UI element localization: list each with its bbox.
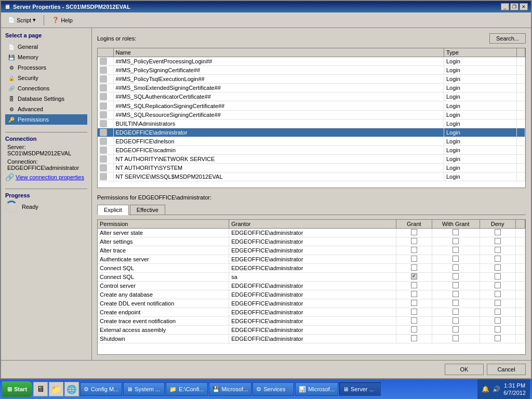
tab-effective[interactable]: Effective	[130, 205, 165, 215]
taskbar-btn-tb2[interactable]: 🖥System ...	[123, 382, 165, 396]
table-row[interactable]: EDGEOFFICE\administrator Login	[98, 128, 525, 137]
perm-name: Create trace event notification	[98, 317, 229, 326]
grant-checkbox[interactable]	[411, 317, 417, 324]
perm-grant-cell	[396, 255, 432, 264]
help-button[interactable]: ❓ Help	[48, 15, 76, 25]
grant-checkbox[interactable]	[411, 282, 417, 288]
with-grant-checkbox[interactable]	[453, 291, 459, 297]
perm-with-grant-cell	[432, 308, 480, 317]
with-grant-checkbox[interactable]	[453, 264, 459, 271]
perm-with-grant-cell	[432, 273, 480, 282]
sidebar-item-processors[interactable]: ⚙Processors	[5, 62, 87, 73]
grant-checkbox[interactable]	[411, 238, 417, 244]
grant-checkbox[interactable]	[411, 326, 417, 332]
sidebar-item-connections[interactable]: 🔗Connections	[5, 83, 87, 94]
perm-grant-cell	[396, 317, 432, 326]
grant-checkbox[interactable]	[411, 247, 417, 253]
table-row[interactable]: ##MS_SQLReplicationSigningCertificate## …	[98, 101, 525, 110]
minimize-button[interactable]: _	[501, 3, 509, 10]
script-button[interactable]: 📄 Script ▾	[4, 15, 39, 25]
sidebar-item-advanced[interactable]: ⚙Advanced	[5, 104, 87, 114]
table-row[interactable]: ##MS_SQLResourceSigningCertificate## Log…	[98, 110, 525, 119]
deny-checkbox[interactable]	[495, 273, 501, 280]
perm-spacer	[515, 290, 525, 299]
with-grant-checkbox[interactable]	[453, 335, 459, 341]
with-grant-checkbox[interactable]	[453, 247, 459, 253]
table-row[interactable]: EDGEOFFICE\dnelson Login	[98, 137, 525, 145]
grant-checkbox[interactable]	[411, 300, 417, 306]
table-row[interactable]: ##MS_SmoExtendedSigningCertificate## Log…	[98, 84, 525, 92]
taskbar-btn-tb6[interactable]: 📊Microsof...	[295, 382, 338, 396]
close-button[interactable]: ✕	[520, 3, 528, 10]
with-grant-checkbox[interactable]	[453, 229, 459, 235]
taskbar-btn-tb4[interactable]: 💾Microsof...	[209, 382, 252, 396]
login-row-icon	[98, 145, 113, 154]
table-row[interactable]: EDGEOFFICE\scadmin Login	[98, 145, 525, 154]
start-button[interactable]: ⊞ Start	[2, 381, 32, 397]
deny-checkbox[interactable]	[495, 264, 501, 271]
table-row[interactable]: ##MS_PolicyEventProcessingLogin## Login	[98, 57, 525, 66]
perm-row: External access assembly EDGEOFFICE\admi…	[98, 326, 525, 335]
login-row-name: ##MS_SQLAuthenticatorCertificate##	[113, 92, 444, 101]
perm-deny-cell	[480, 326, 515, 335]
perm-deny-cell	[480, 282, 515, 290]
table-row[interactable]: BUILTIN\Administrators Login	[98, 119, 525, 128]
taskbar-btn-tb1[interactable]: ⚙Config M...	[80, 382, 122, 396]
taskbar-btn-tb5[interactable]: ⚙Services	[252, 382, 294, 396]
table-row[interactable]: ##MS_SQLAuthenticatorCertificate## Login	[98, 92, 525, 101]
table-row[interactable]: NT AUTHORITY\NETWORK SERVICE Login	[98, 155, 525, 164]
taskbar-quick-launch-2[interactable]: 📁	[49, 382, 63, 396]
search-button[interactable]: Search...	[489, 33, 526, 44]
login-row-name: ##MS_SQLReplicationSigningCertificate##	[113, 101, 444, 110]
table-row[interactable]: NT AUTHORITY\SYSTEM Login	[98, 164, 525, 172]
perm-deny-cell	[480, 264, 515, 273]
taskbar-btn-tb3[interactable]: 📁E:\Confi...	[166, 382, 207, 396]
deny-checkbox[interactable]	[495, 282, 501, 288]
deny-checkbox[interactable]	[495, 309, 501, 315]
deny-checkbox[interactable]	[495, 335, 501, 341]
deny-checkbox[interactable]	[495, 238, 501, 244]
deny-checkbox[interactable]	[495, 291, 501, 297]
deny-checkbox[interactable]	[495, 256, 501, 262]
deny-checkbox[interactable]	[495, 326, 501, 332]
with-grant-checkbox[interactable]	[453, 256, 459, 262]
sidebar-item-memory[interactable]: 💾Memory	[5, 52, 87, 62]
sidebar-item-security[interactable]: 🔒Security	[5, 73, 87, 83]
view-connection-link[interactable]: View connection properties	[16, 174, 84, 180]
sidebar-item-general[interactable]: 📄General	[5, 42, 87, 52]
grant-checkbox[interactable]	[411, 335, 417, 341]
tab-explicit[interactable]: Explicit	[97, 205, 129, 215]
grant-checkbox[interactable]	[411, 256, 417, 262]
login-row-icon	[98, 92, 113, 101]
sidebar-item-database-settings[interactable]: 🗄Database Settings	[5, 94, 87, 104]
deny-checkbox[interactable]	[495, 247, 501, 253]
with-grant-checkbox[interactable]	[453, 300, 459, 306]
grant-checkbox[interactable]	[411, 273, 417, 280]
with-grant-checkbox[interactable]	[453, 326, 459, 332]
deny-checkbox[interactable]	[495, 300, 501, 306]
taskbar-btn-tb7[interactable]: 🖥Server ...	[339, 382, 381, 396]
taskbar-quick-launch-1[interactable]: 🖥	[33, 382, 48, 396]
grant-checkbox[interactable]	[411, 309, 417, 315]
table-row[interactable]: ##MS_PolicyTsqlExecutionLogin## Login	[98, 75, 525, 84]
login-row-type: Login	[444, 110, 517, 119]
with-grant-checkbox[interactable]	[453, 309, 459, 315]
taskbar-btn-label-tb2: System ...	[135, 386, 160, 392]
with-grant-checkbox[interactable]	[453, 282, 459, 288]
grant-checkbox[interactable]	[411, 229, 417, 235]
restore-button[interactable]: ❐	[510, 3, 518, 10]
taskbar-quick-launch-3[interactable]: 🌐	[64, 382, 79, 396]
deny-checkbox[interactable]	[495, 317, 501, 324]
perm-grant-cell	[396, 335, 432, 343]
with-grant-checkbox[interactable]	[453, 317, 459, 324]
with-grant-checkbox[interactable]	[453, 273, 459, 280]
grant-checkbox[interactable]	[411, 291, 417, 297]
table-row[interactable]: NT SERVICE\MSSQL$MSDPM2012EVAL Login	[98, 172, 525, 181]
with-grant-checkbox[interactable]	[453, 238, 459, 244]
ok-button[interactable]: OK	[445, 364, 484, 375]
grant-checkbox[interactable]	[411, 264, 417, 271]
cancel-button[interactable]: Cancel	[487, 364, 526, 375]
table-row[interactable]: ##MS_PolicySigningCertificate## Login	[98, 66, 525, 75]
deny-checkbox[interactable]	[495, 229, 501, 235]
sidebar-item-permissions[interactable]: 🔑Permissions	[5, 114, 87, 125]
